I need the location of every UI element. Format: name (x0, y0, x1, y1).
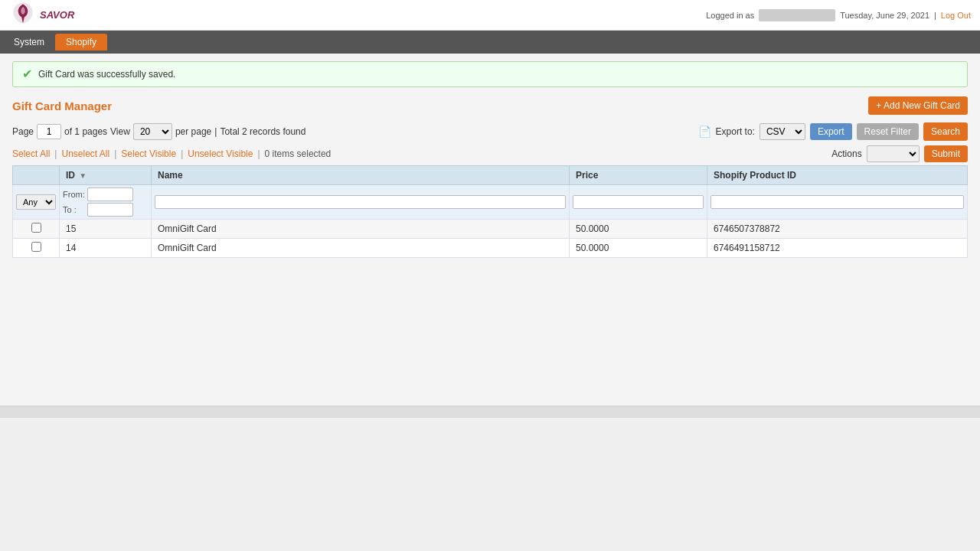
logout-link[interactable]: Log Out (941, 11, 971, 20)
toolbar-row: Page of 1 pages View 20 50 100 per page … (12, 122, 968, 141)
row2-name: OmniGift Card (152, 239, 570, 258)
export-format-select[interactable]: CSV Excel (760, 123, 805, 140)
id-sort-arrow: ▼ (79, 171, 87, 180)
row1-shopify-id: 6746507378872 (707, 220, 968, 239)
col-header-check (13, 166, 60, 185)
row1-check (13, 220, 60, 239)
row2-shopify-id: 6746491158712 (707, 239, 968, 258)
toolbar-right: 📄 Export to: CSV Excel Export Reset Filt… (698, 122, 968, 141)
actions-group: Actions Delete Submit (831, 145, 968, 162)
date-display: Tuesday, June 29, 2021 (840, 11, 929, 20)
filter-check-cell: Any From To (13, 185, 60, 220)
price-filter-input[interactable] (573, 195, 704, 209)
add-new-gift-card-button[interactable]: + Add New Gift Card (868, 96, 968, 115)
sep3: | (181, 148, 183, 159)
savor-logo-icon (9, 0, 37, 30)
select-visible-link[interactable]: Select Visible (121, 148, 176, 159)
col-header-shopify: Shopify Product ID (707, 166, 968, 185)
main-content: ✔ Gift Card was successfully saved. Gift… (0, 54, 980, 406)
row1-id: 15 (60, 220, 152, 239)
export-button[interactable]: Export (810, 123, 852, 140)
col-header-id[interactable]: ID ▼ (60, 166, 152, 185)
export-icon: 📄 (698, 126, 711, 138)
per-page-label: per page (175, 126, 211, 137)
view-label: View (110, 126, 130, 137)
navbar: System Shopify (0, 31, 980, 54)
nav-tab-system[interactable]: System (3, 34, 55, 51)
select-all-link[interactable]: Select All (12, 148, 50, 159)
id-to-row: To : (63, 203, 148, 217)
separator: | (934, 11, 936, 20)
items-selected-count: 0 items selected (265, 148, 332, 159)
row1-name: OmniGift Card (152, 220, 570, 239)
export-label: Export to: (716, 126, 755, 137)
shopify-filter-input[interactable] (710, 195, 964, 209)
nav-tab-shopify[interactable]: Shopify (55, 34, 107, 51)
toolbar-left: Page of 1 pages View 20 50 100 per page … (12, 123, 305, 140)
name-filter-input[interactable] (155, 195, 566, 209)
success-icon: ✔ (22, 68, 32, 80)
table-row: 14 OmniGift Card 50.0000 6746491158712 (13, 239, 968, 258)
username-box (759, 9, 835, 21)
sep1: | (54, 148, 57, 159)
id-from-input[interactable] (87, 187, 133, 201)
logged-in-label: Logged in as (706, 11, 754, 20)
footer (0, 406, 980, 418)
success-message: ✔ Gift Card was successfully saved. (12, 61, 968, 87)
from-label: From: (63, 190, 84, 199)
any-select[interactable]: Any From To (16, 194, 56, 210)
brand-name: SAVOR (40, 9, 74, 21)
filter-id-cell: From: To : (60, 185, 152, 220)
success-text: Gift Card was successfully saved. (38, 69, 175, 80)
col-header-price: Price (570, 166, 707, 185)
row2-price: 50.0000 (570, 239, 707, 258)
table-header-row: ID ▼ Name Price Shopify Product ID (13, 166, 968, 185)
row2-check (13, 239, 60, 258)
header-right: Logged in as Tuesday, June 29, 2021 | Lo… (706, 9, 971, 21)
actions-select[interactable]: Delete (867, 145, 920, 162)
row2-checkbox[interactable] (31, 242, 41, 252)
sep4: | (257, 148, 260, 159)
reset-filter-button[interactable]: Reset Filter (857, 123, 919, 140)
unselect-all-link[interactable]: Unselect All (61, 148, 109, 159)
id-from-row: From: (63, 187, 148, 201)
title-bar: Gift Card Manager + Add New Gift Card (12, 96, 968, 115)
unselect-visible-link[interactable]: Unselect Visible (188, 148, 253, 159)
row1-price: 50.0000 (570, 220, 707, 239)
actions-label: Actions (831, 148, 861, 159)
sep2: | (114, 148, 116, 159)
id-from-to-group: From: To : (63, 187, 148, 217)
page-label: Page (12, 126, 34, 137)
row2-id: 14 (60, 239, 152, 258)
gift-card-table: ID ▼ Name Price Shopify Product ID Any F… (12, 165, 968, 258)
filter-price-cell (570, 185, 707, 220)
page-input[interactable] (37, 124, 61, 139)
header: SAVOR Logged in as Tuesday, June 29, 202… (0, 0, 980, 31)
total-records: Total 2 records found (220, 126, 305, 137)
separator2: | (214, 126, 217, 137)
page-title: Gift Card Manager (12, 99, 112, 112)
table-row: 15 OmniGift Card 50.0000 6746507378872 (13, 220, 968, 239)
search-button[interactable]: Search (923, 122, 968, 141)
filter-name-cell (152, 185, 570, 220)
per-page-select[interactable]: 20 50 100 (133, 123, 172, 140)
to-label: To : (63, 205, 84, 214)
submit-button[interactable]: Submit (924, 145, 968, 162)
logo: SAVOR (9, 0, 74, 30)
filter-input-row: Any From To From: To : (13, 185, 968, 220)
id-to-input[interactable] (87, 203, 133, 217)
filter-row: Select All | Unselect All | Select Visib… (12, 145, 968, 162)
of-pages-label: of 1 pages (64, 126, 107, 137)
col-header-name: Name (152, 166, 570, 185)
filter-shopify-cell (707, 185, 968, 220)
row1-checkbox[interactable] (31, 223, 41, 233)
